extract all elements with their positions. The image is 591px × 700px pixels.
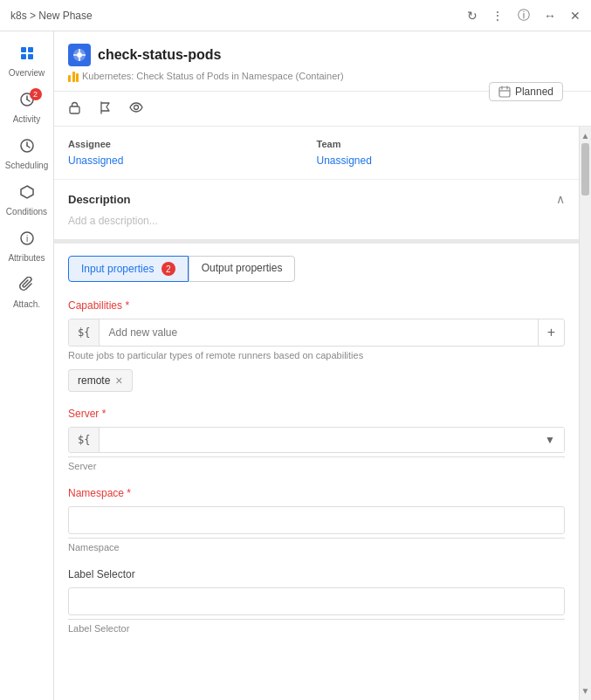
description-collapse-icon[interactable]: ∧ [556, 192, 565, 206]
svg-rect-2 [21, 54, 26, 59]
lock-icon[interactable] [68, 101, 81, 117]
svg-line-6 [27, 100, 30, 101]
sidebar-item-attributes[interactable]: i Attributes [0, 223, 53, 270]
attributes-icon: i [19, 230, 35, 250]
planned-icon [498, 86, 511, 98]
refresh-icon[interactable]: ↻ [467, 9, 478, 23]
server-field: Server * ${ ▼ Server [68, 408, 565, 471]
planned-badge[interactable]: Planned [489, 82, 563, 101]
properties-section: Input properties 2 Output properties Cap… [54, 244, 579, 662]
scroll-down-btn[interactable]: ▼ [580, 683, 591, 698]
scheduling-icon [19, 138, 35, 157]
svg-point-24 [134, 106, 139, 110]
expand-icon[interactable]: ↔ [544, 9, 556, 23]
capabilities-input-group: ${ + [68, 319, 565, 347]
scroll-up-btn[interactable]: ▲ [580, 128, 591, 143]
activity-badge: 2 [30, 88, 42, 100]
select-arrow-icon: ▼ [536, 428, 564, 452]
attach-icon [19, 277, 35, 296]
prop-tabs: Input properties 2 Output properties [68, 256, 565, 282]
sidebar-item-overview[interactable]: Overview [0, 38, 53, 85]
tag-remote-close[interactable]: × [115, 374, 122, 388]
sidebar-item-activity[interactable]: 2 Activity [0, 85, 53, 131]
namespace-sublabel: Namespace [68, 538, 565, 552]
server-label: Server * [68, 408, 565, 420]
sidebar-item-attach[interactable]: Attach. [0, 270, 53, 316]
assignee-row: Assignee Unassigned Team Unassigned [54, 127, 579, 180]
more-icon[interactable]: ⋮ [491, 9, 504, 23]
sidebar-item-conditions[interactable]: Conditions [0, 177, 53, 223]
svg-point-13 [77, 52, 82, 58]
description-section: Description ∧ Add a description... [54, 180, 579, 240]
tab-output-properties[interactable]: Output properties [189, 256, 296, 282]
label-selector-field: Label Selector Label Selector [68, 568, 565, 634]
capabilities-label: Capabilities * [68, 299, 565, 312]
assignee-field: Assignee Unassigned [68, 139, 317, 167]
conditions-icon [19, 184, 35, 203]
info-icon[interactable]: ⓘ [518, 8, 530, 24]
capabilities-help: Route jobs to particular types of remote… [68, 350, 565, 360]
svg-line-9 [27, 146, 30, 148]
sidebar-label-conditions: Conditions [6, 207, 47, 216]
tag-remote-label: remote [78, 374, 110, 387]
capabilities-tags: remote × [68, 369, 565, 392]
svg-text:i: i [25, 234, 27, 244]
sidebar-label-activity: Activity [13, 114, 41, 124]
close-icon[interactable]: ✕ [570, 9, 581, 23]
description-header: Description ∧ [68, 192, 565, 206]
k8s-logo [68, 44, 91, 66]
task-title: check-status-pods [68, 44, 577, 66]
svg-rect-3 [28, 54, 33, 59]
sidebar: Overview 2 Activity Scheduling [0, 31, 54, 700]
input-props-badge: 2 [161, 262, 175, 276]
svg-rect-0 [21, 47, 26, 52]
title-bar-actions: ↻ ⋮ ⓘ ↔ ✕ [467, 8, 581, 24]
flag-icon[interactable] [99, 101, 112, 117]
sidebar-label-attach: Attach. [13, 299, 40, 309]
content-header: check-status-pods Kubernetes: Check Stat… [54, 31, 591, 92]
activity-icon: 2 [19, 92, 35, 111]
sidebar-item-scheduling[interactable]: Scheduling [0, 131, 53, 177]
breadcrumb: k8s > New Phase [10, 10, 93, 22]
server-input-group: ${ ▼ [68, 427, 565, 453]
namespace-input[interactable] [68, 506, 565, 534]
sidebar-label-scheduling: Scheduling [5, 161, 48, 170]
svg-rect-22 [70, 106, 79, 113]
scroll-thumb[interactable] [581, 143, 589, 196]
tag-remote: remote × [68, 369, 133, 392]
scrollbar[interactable]: ▲ ▼ [579, 127, 591, 700]
task-subtitle: Kubernetes: Check Status of Pods in Name… [68, 70, 577, 82]
svg-rect-18 [499, 87, 510, 97]
capabilities-add-btn[interactable]: + [538, 319, 564, 346]
svg-rect-1 [28, 47, 33, 52]
namespace-label: Namespace * [68, 487, 565, 499]
server-sublabel: Server [68, 456, 565, 471]
k8s-bars-icon [68, 70, 79, 82]
inner-content: Assignee Unassigned Team Unassigned Desc… [54, 127, 579, 700]
server-select[interactable] [100, 428, 536, 452]
scrollable-content[interactable]: Assignee Unassigned Team Unassigned Desc… [54, 127, 591, 700]
label-selector-sublabel: Label Selector [68, 619, 565, 634]
description-title: Description [68, 193, 131, 206]
team-value[interactable]: Unassigned [317, 154, 566, 167]
server-prefix: ${ [69, 428, 100, 452]
scroll-track [580, 143, 591, 683]
title-bar: k8s > New Phase ↻ ⋮ ⓘ ↔ ✕ [0, 0, 591, 31]
namespace-field: Namespace * Namespace [68, 487, 565, 552]
assignee-value[interactable]: Unassigned [68, 154, 317, 167]
content-area: check-status-pods Kubernetes: Check Stat… [54, 31, 591, 700]
capabilities-prefix: ${ [69, 319, 100, 346]
tab-input-properties[interactable]: Input properties 2 [68, 256, 189, 282]
label-selector-input[interactable] [68, 587, 565, 615]
eye-icon[interactable] [129, 100, 143, 117]
sidebar-label-overview: Overview [9, 68, 45, 78]
capabilities-field: Capabilities * ${ + Route jobs to partic… [68, 299, 565, 392]
capabilities-input[interactable] [100, 319, 537, 346]
team-field: Team Unassigned [317, 139, 566, 167]
description-placeholder[interactable]: Add a description... [68, 215, 565, 227]
overview-icon [19, 45, 35, 65]
label-selector-label: Label Selector [68, 568, 565, 580]
sidebar-label-attributes: Attributes [8, 253, 45, 263]
